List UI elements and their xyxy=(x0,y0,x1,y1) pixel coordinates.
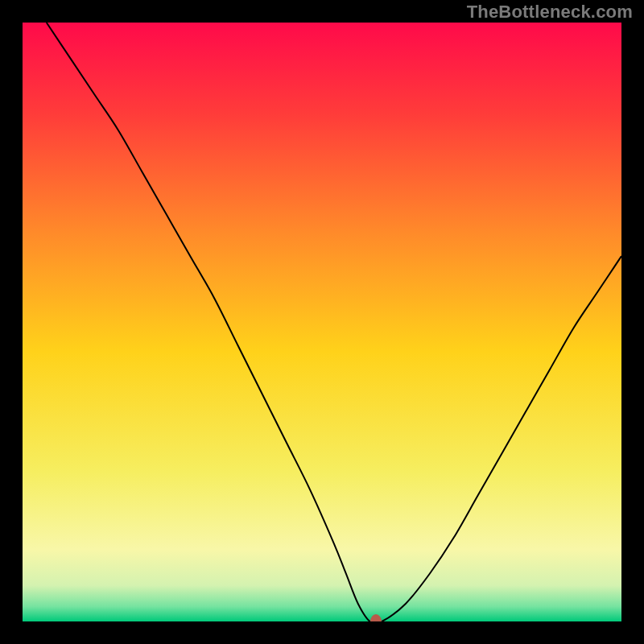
watermark-text: TheBottleneck.com xyxy=(467,2,633,23)
bottleneck-curve xyxy=(23,23,621,621)
plot-area xyxy=(23,23,621,621)
chart-frame: TheBottleneck.com xyxy=(0,0,644,644)
